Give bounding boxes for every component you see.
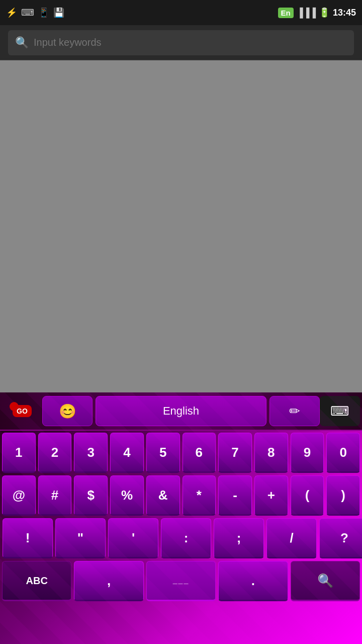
signal-icon: ▐▐▐ xyxy=(297,8,316,18)
search-input-container[interactable]: 🔍 xyxy=(8,30,354,55)
key-4[interactable]: 4 xyxy=(110,433,144,473)
key-percent[interactable]: % xyxy=(110,475,144,516)
key-at[interactable]: @ xyxy=(2,475,36,516)
key-asterisk[interactable]: * xyxy=(183,475,216,516)
pen-icon: ✏ xyxy=(289,404,300,419)
go-badge: GO xyxy=(13,405,32,417)
symbol-row: @ # $ % & * - + ( ) xyxy=(2,475,360,516)
search-bar: 🔍 xyxy=(0,25,362,60)
go-button[interactable]: GO xyxy=(2,396,42,426)
search-input[interactable] xyxy=(34,37,347,48)
key-1[interactable]: 1 xyxy=(2,433,36,473)
keyboard-area: GO 😊 English ✏ ⌨ 1 2 3 4 5 6 7 8 9 0 xyxy=(0,392,362,644)
number-row: 1 2 3 4 5 6 7 8 9 0 xyxy=(2,433,360,473)
sd-icon: 💾 xyxy=(53,7,64,18)
key-3[interactable]: 3 xyxy=(74,433,108,473)
space-key[interactable]: ___ xyxy=(146,561,216,601)
keyboard-icon: ⌨ xyxy=(330,404,349,419)
key-close-paren[interactable]: ) xyxy=(326,475,360,516)
key-9[interactable]: 9 xyxy=(291,433,324,473)
key-plus[interactable]: + xyxy=(254,475,288,516)
key-colon[interactable]: : xyxy=(161,518,211,558)
key-dollar[interactable]: $ xyxy=(74,475,108,516)
clock: 13:45 xyxy=(333,8,356,18)
key-0[interactable]: 0 xyxy=(326,433,360,473)
key-slash[interactable]: / xyxy=(266,518,317,558)
keyboard-toggle-button[interactable]: ⌨ xyxy=(320,396,360,426)
emoji-icon: 😊 xyxy=(59,403,76,420)
pen-button[interactable]: ✏ xyxy=(269,396,320,426)
status-left-icons: ⚡ ⌨ 📱 💾 xyxy=(6,7,64,18)
key-8[interactable]: 8 xyxy=(254,433,288,473)
emoji-button[interactable]: 😊 xyxy=(42,396,93,426)
language-label: English xyxy=(163,405,199,418)
usb-icon: ⚡ xyxy=(6,7,17,18)
key-question[interactable]: ? xyxy=(319,518,362,558)
status-bar: ⚡ ⌨ 📱 💾 En ▐▐▐ 🔋 13:45 xyxy=(0,0,362,25)
keyboard-toolbar: GO 😊 English ✏ ⌨ xyxy=(0,392,362,431)
language-button[interactable]: English xyxy=(96,396,266,426)
key-squote[interactable]: ' xyxy=(108,518,158,558)
language-badge: En xyxy=(278,8,294,18)
battery-icon: 🔋 xyxy=(319,7,330,18)
key-open-paren[interactable]: ( xyxy=(291,475,324,516)
phone-icon: 📱 xyxy=(38,7,49,18)
key-6[interactable]: 6 xyxy=(183,433,216,473)
abc-row: ABC , ___ . 🔍 xyxy=(2,561,360,601)
search-icon: 🔍 xyxy=(15,36,29,49)
key-7[interactable]: 7 xyxy=(218,433,252,473)
keyboard-icon: ⌨ xyxy=(21,7,34,18)
key-dot[interactable]: . xyxy=(218,561,288,601)
key-minus[interactable]: - xyxy=(218,475,252,516)
search-key[interactable]: 🔍 xyxy=(291,561,360,601)
key-ampersand[interactable]: & xyxy=(146,475,180,516)
key-2[interactable]: 2 xyxy=(38,433,72,473)
key-exclaim[interactable]: ! xyxy=(3,518,53,558)
key-dquote[interactable]: " xyxy=(55,518,106,558)
key-semicolon[interactable]: ; xyxy=(214,518,264,558)
status-right-icons: En ▐▐▐ 🔋 13:45 xyxy=(278,7,356,18)
go-label: GO xyxy=(17,407,28,415)
main-content xyxy=(0,60,362,392)
key-5[interactable]: 5 xyxy=(146,433,180,473)
keyboard-keys: 1 2 3 4 5 6 7 8 9 0 @ # $ % & * - + ( ) … xyxy=(0,431,362,601)
abc-key[interactable]: ABC xyxy=(2,561,71,601)
key-comma[interactable]: , xyxy=(74,561,143,601)
alt-row: ALT ! " ' : ; / ? ⌫ xyxy=(2,518,360,558)
key-hash[interactable]: # xyxy=(38,475,72,516)
